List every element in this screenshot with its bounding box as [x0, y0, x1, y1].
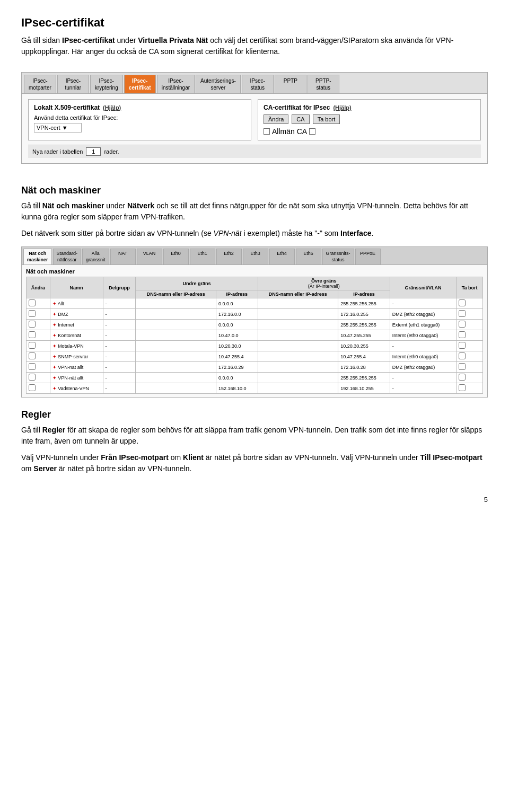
th-ip1: IP-adress [216, 290, 258, 298]
nat-tab-eth1[interactable]: Eth1 [190, 249, 215, 264]
nat-tab-vlan[interactable]: VLAN [137, 249, 162, 264]
nat-tab-pppoe[interactable]: PPPoE [355, 249, 381, 264]
lokalt-x509-title: Lokalt X.509-certifikat (Hjälp) [34, 104, 245, 111]
andra-checkbox[interactable] [29, 374, 36, 381]
andra-checkbox[interactable] [29, 342, 36, 349]
cert-panels: Lokalt X.509-certifikat (Hjälp) Använd d… [28, 99, 481, 140]
nat-tab-standard[interactable]: Standard-nätlössar [53, 249, 82, 264]
ta-bort-checkbox[interactable] [459, 363, 466, 370]
ca-help-link[interactable]: (Hjälp) [333, 104, 351, 111]
table-row: ✦ Internet - 0.0.0.0 255.255.255.255 Ext… [27, 320, 483, 330]
tab-ipsec-status[interactable]: IPsec-status [242, 75, 274, 93]
ta-bort-checkbox[interactable] [459, 310, 466, 317]
allman-ca-checkbox-left[interactable] [264, 128, 270, 135]
nya-rader-input[interactable] [86, 147, 101, 156]
th-dns2: DNS-namn eller IP-adress [258, 290, 338, 298]
nat-tab-eth3[interactable]: Eth3 [243, 249, 268, 264]
ta-bort-checkbox[interactable] [459, 374, 466, 381]
tab-pptp[interactable]: PPTP [275, 75, 306, 93]
regler-section-title: Regler [21, 409, 488, 420]
ca-buttons-row: Ändra CA Ta bort [264, 114, 475, 124]
tab-pptp-status[interactable]: PPTP-status [308, 75, 339, 93]
nat-table: Ändra Namn Delgrupp Undre gräns Övre grä… [26, 277, 483, 394]
regler-para1: Gå till Regler för att skapa de regler s… [21, 425, 488, 447]
table-row: ✦ Vadstena-VPN - 152.168.10.0 192.168.10… [27, 383, 483, 394]
use-cert-row: Använd detta certifikat för IPsec: [34, 114, 245, 121]
ca-certifikat-panel: CA-certifikat för IPsec (Hjälp) Ändra CA… [258, 99, 481, 140]
andra-checkbox[interactable] [29, 321, 36, 328]
allman-ca-checkbox-right[interactable] [309, 128, 315, 135]
nat-tab-gransnits-status[interactable]: Gränssnits-status [322, 249, 354, 264]
th-ip2: IP-adress [338, 290, 390, 298]
nat-tab-nat[interactable]: NAT [110, 249, 136, 264]
nat-tab-eth0[interactable]: Eth0 [163, 249, 189, 264]
th-delgrupp: Delgrupp [103, 277, 136, 298]
regler-para2: Välj VPN-tunneln under Från IPsec-motpar… [21, 452, 488, 474]
tab-ipsec-motparter[interactable]: IPsec-motparter [24, 75, 56, 93]
th-andra: Ändra [27, 277, 50, 298]
nat-para1: Gå till Nät och maskiner under Nätverk o… [21, 200, 488, 223]
table-row: ✦ VPN-nät allt - 172.16.0.29 172.16.0.28… [27, 362, 483, 373]
ta-bort-checkbox[interactable] [459, 352, 466, 359]
nat-tabs-bar: Nät ochmaskiner Standard-nätlössar Allag… [22, 247, 487, 265]
tab-ipsec-tunnlar[interactable]: IPsec-tunnlar [57, 75, 89, 93]
table-row: ✦ VPN-nät allt - 0.0.0.0 255.255.255.255… [27, 373, 483, 383]
th-namn: Namn [50, 277, 103, 298]
ca-button[interactable]: CA [292, 114, 309, 124]
nat-section-title: Nät och maskiner [21, 185, 488, 196]
nat-tab-alla[interactable]: Allagränssnit [82, 249, 109, 264]
andra-button[interactable]: Ändra [264, 114, 288, 124]
ta-bort-button[interactable]: Ta bort [313, 114, 340, 124]
table-row: ✦ Kontorsnät - 10.47.0.0 10.47.255.255 I… [27, 330, 483, 341]
lokalt-help-link[interactable]: (Hjälp) [103, 104, 121, 111]
table-row: ✦ DMZ - 172.16.0.0 172.16.0.255 DMZ (eth… [27, 309, 483, 320]
nat-tab-eth4[interactable]: Eth4 [269, 249, 295, 264]
cert-content-area: Lokalt X.509-certifikat (Hjälp) Använd d… [22, 94, 487, 163]
tab-ipsec-installningar[interactable]: IPsec-inställningar [157, 75, 195, 93]
intro-paragraph: Gå till sidan IPsec-certifikat under Vir… [21, 35, 488, 57]
lokalt-x509-panel: Lokalt X.509-certifikat (Hjälp) Använd d… [28, 99, 251, 140]
andra-checkbox[interactable] [29, 384, 36, 391]
nat-tab-eth5[interactable]: Eth5 [296, 249, 321, 264]
ta-bort-checkbox[interactable] [459, 321, 466, 328]
th-dns1: DNS-namn eller IP-adress [136, 290, 216, 298]
ta-bort-checkbox[interactable] [459, 299, 466, 306]
tab-ipsec-kryptering[interactable]: IPsec-kryptering [90, 75, 123, 93]
andra-checkbox[interactable] [29, 310, 36, 317]
table-row: ✦ SNMP-servrar - 10.47.255.4 10.47.255.4… [27, 351, 483, 362]
page-title: IPsec-certifikat [21, 16, 488, 30]
andra-checkbox[interactable] [29, 331, 36, 338]
nat-tab-nat-maskiner[interactable]: Nät ochmaskiner [23, 249, 52, 264]
th-ovre-grans: Övre gräns(Är IP-intervall) [258, 277, 390, 290]
andra-checkbox[interactable] [29, 352, 36, 359]
ipsec-certifikat-screenshot: IPsec-motparter IPsec-tunnlar IPsec-kryp… [21, 72, 488, 164]
page-number: 5 [21, 496, 488, 504]
ta-bort-checkbox[interactable] [459, 342, 466, 349]
tab-ipsec-certifikat[interactable]: IPsec-certifikat [124, 75, 156, 93]
nat-table-section-title: Nät och maskiner [26, 268, 483, 275]
nat-para2: Det nätverk som sitter på bortre sidan a… [21, 228, 488, 239]
vpn-cert-select[interactable]: VPN-cert ▼ [34, 123, 82, 133]
cert-select-row: VPN-cert ▼ [34, 123, 245, 133]
table-row: ✦ Motala-VPN - 10.20.30.0 10.20.30.255 - [27, 341, 483, 351]
ta-bort-checkbox[interactable] [459, 331, 466, 338]
nat-table-content: Nät och maskiner Ändra Namn Delgrupp Und… [22, 265, 487, 397]
th-ta-bort: Ta bort [457, 277, 483, 298]
ca-certifikat-title: CA-certifikat för IPsec (Hjälp) [264, 104, 475, 111]
tab-autentiserings-server[interactable]: Autentiserings-server [196, 75, 241, 93]
andra-checkbox[interactable] [29, 299, 36, 306]
ipsec-tabs-bar: IPsec-motparter IPsec-tunnlar IPsec-kryp… [22, 73, 487, 94]
th-undre-grans: Undre gräns [136, 277, 258, 290]
allman-ca-row: Allmän CA [264, 127, 475, 136]
th-granssnit: Gränssnit/VLAN [390, 277, 457, 298]
nat-maskiner-screenshot: Nät ochmaskiner Standard-nätlössar Allag… [21, 246, 488, 398]
ta-bort-checkbox[interactable] [459, 384, 466, 391]
table-row: ✦ Allt - 0.0.0.0 255.255.255.255 - [27, 298, 483, 309]
nya-rader-row: Nya rader i tabellen rader. [28, 145, 481, 158]
nat-tab-eth2[interactable]: Eth2 [216, 249, 242, 264]
andra-checkbox[interactable] [29, 363, 36, 370]
